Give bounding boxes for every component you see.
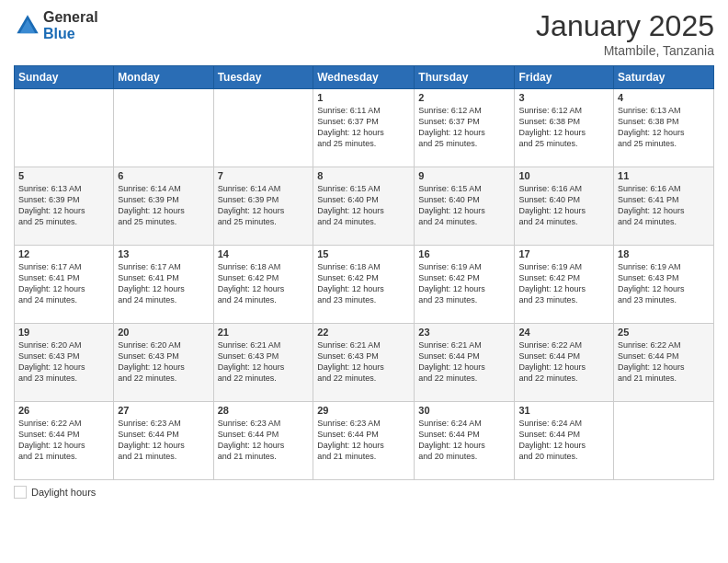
day-number: 24 [518,327,609,338]
day-detail: Sunrise: 6:18 AM Sunset: 6:42 PM Dayligh… [218,261,310,306]
calendar-cell: 25Sunrise: 6:22 AM Sunset: 6:44 PM Dayli… [614,324,714,402]
day-detail: Sunrise: 6:16 AM Sunset: 6:41 PM Dayligh… [618,183,710,228]
day-number: 1 [317,92,410,103]
calendar-cell: 22Sunrise: 6:21 AM Sunset: 6:43 PM Dayli… [313,324,415,402]
logo-blue: Blue [43,26,98,42]
day-number: 30 [418,405,510,416]
calendar-header-thursday: Thursday [415,66,515,89]
calendar-header-row: SundayMondayTuesdayWednesdayThursdayFrid… [15,66,714,89]
calendar-cell: 14Sunrise: 6:18 AM Sunset: 6:42 PM Dayli… [213,246,313,324]
calendar-cell: 10Sunrise: 6:16 AM Sunset: 6:40 PM Dayli… [515,167,614,246]
calendar-cell: 7Sunrise: 6:14 AM Sunset: 6:39 PM Daylig… [213,167,313,246]
day-number: 28 [218,405,310,416]
day-detail: Sunrise: 6:15 AM Sunset: 6:40 PM Dayligh… [418,183,510,228]
calendar-cell [15,89,114,167]
day-number: 17 [518,248,609,259]
logo-icon [14,12,41,40]
day-number: 31 [518,405,609,416]
day-number: 27 [118,405,209,416]
day-detail: Sunrise: 6:24 AM Sunset: 6:44 PM Dayligh… [518,418,609,463]
calendar-cell: 11Sunrise: 6:16 AM Sunset: 6:41 PM Dayli… [614,167,714,246]
day-detail: Sunrise: 6:20 AM Sunset: 6:43 PM Dayligh… [118,339,209,385]
calendar-header-saturday: Saturday [614,66,714,89]
logo-general: General [43,9,98,26]
calendar-cell: 30Sunrise: 6:24 AM Sunset: 6:44 PM Dayli… [415,402,515,480]
calendar-cell: 20Sunrise: 6:20 AM Sunset: 6:43 PM Dayli… [114,324,213,402]
calendar-cell: 24Sunrise: 6:22 AM Sunset: 6:44 PM Dayli… [515,324,614,402]
day-number: 8 [317,170,410,181]
day-detail: Sunrise: 6:19 AM Sunset: 6:42 PM Dayligh… [518,261,609,306]
footer: Daylight hours [14,486,714,499]
day-detail: Sunrise: 6:23 AM Sunset: 6:44 PM Dayligh… [218,418,310,463]
day-detail: Sunrise: 6:21 AM Sunset: 6:43 PM Dayligh… [218,339,310,385]
day-detail: Sunrise: 6:19 AM Sunset: 6:42 PM Dayligh… [418,261,510,306]
calendar-cell [614,402,714,480]
calendar-cell: 5Sunrise: 6:13 AM Sunset: 6:39 PM Daylig… [15,167,114,246]
day-detail: Sunrise: 6:24 AM Sunset: 6:44 PM Dayligh… [418,418,510,463]
day-number: 4 [618,92,710,103]
calendar-cell: 8Sunrise: 6:15 AM Sunset: 6:40 PM Daylig… [313,167,415,246]
day-detail: Sunrise: 6:14 AM Sunset: 6:39 PM Dayligh… [118,183,209,228]
calendar-week-1: 1Sunrise: 6:11 AM Sunset: 6:37 PM Daylig… [15,89,714,167]
day-number: 20 [118,327,209,338]
calendar-cell: 27Sunrise: 6:23 AM Sunset: 6:44 PM Dayli… [114,402,213,480]
day-number: 11 [618,170,710,181]
day-number: 19 [18,327,109,338]
day-number: 23 [418,327,510,338]
day-detail: Sunrise: 6:22 AM Sunset: 6:44 PM Dayligh… [18,418,109,463]
calendar-cell: 3Sunrise: 6:12 AM Sunset: 6:38 PM Daylig… [515,89,614,167]
title-block: January 2025 Mtambile, Tanzania [536,9,714,58]
calendar-cell: 18Sunrise: 6:19 AM Sunset: 6:43 PM Dayli… [614,246,714,324]
day-detail: Sunrise: 6:21 AM Sunset: 6:43 PM Dayligh… [317,339,410,385]
day-detail: Sunrise: 6:14 AM Sunset: 6:39 PM Dayligh… [218,183,310,228]
day-number: 7 [218,170,310,181]
footer-label: Daylight hours [31,487,96,498]
calendar-header-sunday: Sunday [15,66,114,89]
day-number: 25 [618,327,710,338]
calendar-week-5: 26Sunrise: 6:22 AM Sunset: 6:44 PM Dayli… [15,402,714,480]
calendar-cell: 6Sunrise: 6:14 AM Sunset: 6:39 PM Daylig… [114,167,213,246]
day-detail: Sunrise: 6:17 AM Sunset: 6:41 PM Dayligh… [18,261,109,306]
calendar-cell: 21Sunrise: 6:21 AM Sunset: 6:43 PM Dayli… [213,324,313,402]
day-number: 6 [118,170,209,181]
day-number: 26 [18,405,109,416]
day-detail: Sunrise: 6:17 AM Sunset: 6:41 PM Dayligh… [118,261,209,306]
day-number: 9 [418,170,510,181]
calendar-header-monday: Monday [114,66,213,89]
calendar-cell: 4Sunrise: 6:13 AM Sunset: 6:38 PM Daylig… [614,89,714,167]
day-detail: Sunrise: 6:22 AM Sunset: 6:44 PM Dayligh… [518,339,609,385]
day-number: 12 [18,248,109,259]
day-detail: Sunrise: 6:22 AM Sunset: 6:44 PM Dayligh… [618,339,710,385]
day-detail: Sunrise: 6:23 AM Sunset: 6:44 PM Dayligh… [317,418,410,463]
calendar-cell: 2Sunrise: 6:12 AM Sunset: 6:37 PM Daylig… [415,89,515,167]
calendar: SundayMondayTuesdayWednesdayThursdayFrid… [14,65,714,480]
calendar-cell: 9Sunrise: 6:15 AM Sunset: 6:40 PM Daylig… [415,167,515,246]
calendar-header-friday: Friday [515,66,614,89]
day-detail: Sunrise: 6:23 AM Sunset: 6:44 PM Dayligh… [118,418,209,463]
day-number: 2 [418,92,510,103]
day-number: 14 [218,248,310,259]
calendar-cell [114,89,213,167]
calendar-cell: 12Sunrise: 6:17 AM Sunset: 6:41 PM Dayli… [15,246,114,324]
day-number: 18 [618,248,710,259]
day-detail: Sunrise: 6:12 AM Sunset: 6:37 PM Dayligh… [418,105,510,150]
day-detail: Sunrise: 6:16 AM Sunset: 6:40 PM Dayligh… [518,183,609,228]
calendar-cell: 13Sunrise: 6:17 AM Sunset: 6:41 PM Dayli… [114,246,213,324]
month-title: January 2025 [536,9,714,43]
day-detail: Sunrise: 6:18 AM Sunset: 6:42 PM Dayligh… [317,261,410,306]
day-detail: Sunrise: 6:11 AM Sunset: 6:37 PM Dayligh… [317,105,410,150]
day-detail: Sunrise: 6:12 AM Sunset: 6:38 PM Dayligh… [518,105,609,150]
day-number: 22 [317,327,410,338]
calendar-cell: 26Sunrise: 6:22 AM Sunset: 6:44 PM Dayli… [15,402,114,480]
day-detail: Sunrise: 6:20 AM Sunset: 6:43 PM Dayligh… [18,339,109,385]
day-number: 10 [518,170,609,181]
location: Mtambile, Tanzania [536,43,714,58]
calendar-cell: 29Sunrise: 6:23 AM Sunset: 6:44 PM Dayli… [313,402,415,480]
calendar-cell: 28Sunrise: 6:23 AM Sunset: 6:44 PM Dayli… [213,402,313,480]
calendar-header-tuesday: Tuesday [213,66,313,89]
day-number: 21 [218,327,310,338]
day-number: 13 [118,248,209,259]
calendar-week-3: 12Sunrise: 6:17 AM Sunset: 6:41 PM Dayli… [15,246,714,324]
calendar-cell: 1Sunrise: 6:11 AM Sunset: 6:37 PM Daylig… [313,89,415,167]
footer-box [14,486,27,499]
